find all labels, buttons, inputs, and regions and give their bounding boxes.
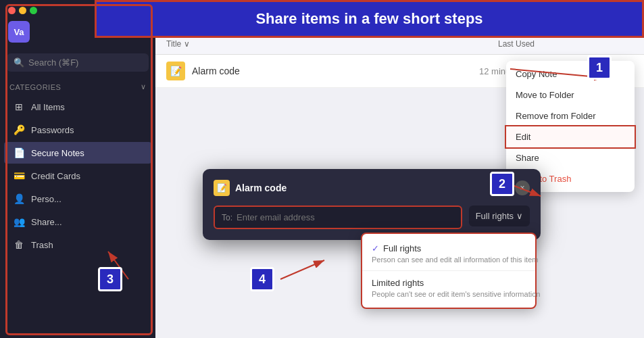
note-icon: 📝 xyxy=(166,62,185,80)
sidebar-item-label: Trash xyxy=(31,240,53,250)
sidebar-item-passwords[interactable]: 🔑 Passwords xyxy=(4,119,151,141)
personal-icon: 👤 xyxy=(14,193,24,204)
title-col-label: Title xyxy=(166,39,181,49)
rights-chevron-icon: ∨ xyxy=(516,211,523,221)
email-input[interactable] xyxy=(237,212,454,222)
tutorial-banner: Share items in a few short steps xyxy=(95,0,644,38)
sidebar-item-shared[interactable]: 👥 Share... xyxy=(4,211,151,233)
step-badge-2: 2 xyxy=(490,172,514,196)
dialog-title-text: Alarm code xyxy=(235,183,287,193)
dialog-body: To: Full rights ∨ ✓ Full rights Person xyxy=(214,206,530,229)
trash-icon: 🗑 xyxy=(14,239,24,250)
sidebar-item-personal[interactable]: 👤 Perso... xyxy=(4,188,151,210)
sidebar-item-secure-notes[interactable]: 📄 Secure Notes xyxy=(4,142,151,164)
sort-icon[interactable]: ∨ xyxy=(184,39,190,49)
sidebar-item-label: Perso... xyxy=(31,194,61,204)
sidebar: Va 🔍 Search (⌘F) Categories ∨ ⊞ All Item… xyxy=(0,0,155,338)
credit-cards-icon: 💳 xyxy=(14,170,24,181)
full-rights-option[interactable]: ✓ Full rights Person can see and edit al… xyxy=(362,237,535,270)
sidebar-item-all-items[interactable]: ⊞ All Items xyxy=(4,96,151,118)
sidebar-item-label: Credit Cards xyxy=(31,171,80,181)
rights-dropdown[interactable]: Full rights ∨ ✓ Full rights Person can s… xyxy=(469,206,530,226)
sidebar-item-label: Passwords xyxy=(31,125,74,135)
rights-label: Full rights xyxy=(476,211,514,221)
context-share[interactable]: Share xyxy=(506,147,635,168)
col-title-header: Title ∨ xyxy=(166,39,498,49)
categories-label: Categories xyxy=(9,83,61,91)
search-bar[interactable]: 🔍 Search (⌘F) xyxy=(7,53,149,72)
step-badge-1: 1 xyxy=(587,55,612,80)
categories-chevron-icon: ∨ xyxy=(141,82,147,91)
maximize-dot[interactable] xyxy=(30,7,37,14)
limited-rights-option[interactable]: Limited rights People can't see or edit … xyxy=(362,270,535,305)
main-content: Add Secure Note Title ∨ Last Used 📝 Alar… xyxy=(155,0,644,338)
secure-notes-icon: 📄 xyxy=(14,147,24,158)
app-container: Va 🔍 Search (⌘F) Categories ∨ ⊞ All Item… xyxy=(0,0,644,338)
sidebar-item-label: All Items xyxy=(31,102,65,112)
search-icon: 🔍 xyxy=(14,57,24,68)
context-remove-from-folder[interactable]: Remove from Folder xyxy=(506,105,635,126)
minimize-dot[interactable] xyxy=(19,7,26,14)
avatar: Va xyxy=(8,21,30,43)
limited-rights-label: Limited rights xyxy=(372,278,424,288)
passwords-icon: 🔑 xyxy=(14,124,24,135)
sidebar-item-credit-cards[interactable]: 💳 Credit Cards xyxy=(4,165,151,187)
search-label: Search (⌘F) xyxy=(28,57,78,68)
sidebar-item-trash[interactable]: 🗑 Trash xyxy=(4,234,151,256)
dialog-note-icon: 📝 xyxy=(214,180,230,196)
context-edit[interactable]: Edit xyxy=(506,126,635,147)
item-title: Alarm code xyxy=(192,66,479,76)
limited-rights-title: Limited rights xyxy=(372,278,526,288)
dialog-title: 📝 Alarm code xyxy=(214,180,287,196)
dialog-close-button[interactable]: × xyxy=(515,180,530,195)
email-input-container: To: xyxy=(214,206,462,229)
full-rights-desc: Person can see and edit all information … xyxy=(372,256,526,264)
rights-popup: ✓ Full rights Person can see and edit al… xyxy=(361,233,537,309)
email-label: To: xyxy=(222,213,232,222)
full-rights-label: Full rights xyxy=(383,243,421,254)
step-badge-4: 4 xyxy=(250,267,274,291)
shared-icon: 👥 xyxy=(14,216,24,227)
checkmark-icon: ✓ xyxy=(372,243,379,254)
step-badge-3: 3 xyxy=(98,267,122,291)
all-items-icon: ⊞ xyxy=(14,101,24,112)
context-move-to-folder[interactable]: Move to Folder xyxy=(506,84,635,105)
categories-header: Categories ∨ xyxy=(0,76,155,95)
close-dot[interactable] xyxy=(8,7,16,14)
sidebar-item-label: Secure Notes xyxy=(31,148,84,158)
limited-rights-desc: People can't see or edit item's sensitiv… xyxy=(372,290,526,298)
context-copy-note[interactable]: Copy Note xyxy=(506,64,635,84)
full-rights-title: ✓ Full rights xyxy=(372,243,526,254)
sidebar-item-label: Share... xyxy=(31,217,62,227)
col-last-used-header: Last Used xyxy=(498,39,633,49)
dialog-header: 📝 Alarm code × xyxy=(214,180,530,196)
